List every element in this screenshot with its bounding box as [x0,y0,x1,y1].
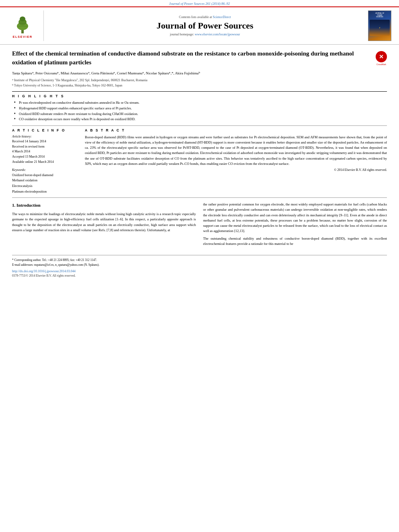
keyword-2: Methanol oxidation [12,178,78,183]
accepted-date: Accepted 13 March 2014 [12,154,78,160]
affiliation-b: ᵇ Tokyo University of Science, 1-3 Kagur… [12,83,387,88]
highlight-item-2: ♦ Hydrogenated BDD support enables enhan… [14,106,387,111]
crossmark-circle[interactable]: ✕ [376,51,387,62]
abstract-heading: A B S T R A C T [85,128,387,132]
main-content: Effect of the chemical termination of co… [0,45,399,282]
history-label: Article history: [12,135,78,138]
issn-line: 0378-7753/© 2014 Elsevier B.V. All right… [12,274,387,277]
intro-para-3: The outstanding chemical stability and r… [203,236,387,246]
keywords-section: Keywords: Oxidized boron-doped diamond M… [12,168,78,194]
affiliations: ᵃ Institute of Physical Chemistry "Ilie … [12,78,387,88]
elsevier-tree-icon [10,13,35,34]
bullet-4: ♦ [14,117,16,121]
crossmark-label: CrossMark [376,63,386,66]
received-revised-label: Received in revised form [12,144,78,150]
body-col-left: 1. Introduction The ways to minimize the… [12,202,196,249]
received-date: Received 14 January 2014 [12,139,78,144]
article-title-section: Effect of the chemical termination of co… [12,49,387,67]
article-info-col: A R T I C L E I N F O Article history: R… [12,128,78,194]
highlights-list: ♦ Pt was electrodeposited on conductive … [12,100,387,122]
highlight-item-1: ♦ Pt was electrodeposited on conductive … [14,100,387,106]
journal-header: ELSEVIER Contents lists available at Sci… [0,6,399,45]
email-note: E-mail addresses: nspataru@icf.ro, n_spa… [12,263,387,267]
elsevier-brand-text: ELSEVIER [12,35,32,39]
keywords-label: Keywords: [12,168,78,172]
affiliation-a: ᵃ Institute of Physical Chemistry "Ilie … [12,78,387,83]
body-section: 1. Introduction The ways to minimize the… [12,202,387,249]
crossmark-badge: ✕ CrossMark [376,51,387,66]
highlights-section: H I G H L I G H T S ♦ Pt was electrodepo… [12,94,387,122]
body-two-cols: 1. Introduction The ways to minimize the… [12,202,387,249]
footnote-line: * Corresponding author. Tel.: +40 21 224… [12,258,387,267]
contents-available: Contents lists available at ScienceDirec… [179,15,231,19]
article-title: Effect of the chemical termination of co… [12,49,371,67]
bullet-3: ♦ [14,111,16,116]
intro-heading: 1. Introduction [12,202,196,209]
keyword-4: Platinum electrodeposition [12,189,78,195]
footnote-section: * Corresponding author. Tel.: +40 21 224… [12,255,387,277]
keyword-3: Electrocatalysis [12,183,78,189]
intro-para-2: the rather positive potential common for… [203,202,387,234]
highlight-item-3: ♦ Oxidized BDD substrate renders Pt more… [14,111,387,117]
journal-cover: JOURNAL OFPOWERSOURCES ⚡ [366,10,393,41]
bullet-1: ♦ [14,100,16,105]
highlight-item-4: ♦ CO oxidative desorption occurs more re… [14,117,387,122]
revised-date: 4 March 2014 [12,149,78,154]
svg-point-3 [20,16,25,21]
highlights-heading: H I G H L I G H T S [12,94,387,98]
info-abstract-cols: A R T I C L E I N F O Article history: R… [12,128,387,194]
top-bar: Journal of Power Sources 261 (2014) 86–9… [0,0,399,6]
divider-3 [12,197,387,198]
divider-1 [12,91,387,92]
abstract-text: Boron-doped diamond (BDD) films were ann… [85,135,387,166]
homepage-url[interactable]: www.elsevier.com/locate/jpowsour [195,33,240,36]
corresponding-note: * Corresponding author. Tel.: +40 21 224… [12,258,387,263]
abstract-copyright: © 2014 Elsevier B.V. All rights reserved… [85,168,387,172]
authors-line: Tanța Spătaruᵃ, Petre Osiceanuᵃ, Mihai A… [12,70,387,76]
available-date: Available online 21 March 2014 [12,160,78,165]
journal-reference: Journal of Power Sources 261 (2014) 86–9… [169,2,230,6]
journal-homepage: journal homepage: www.elsevier.com/locat… [170,33,240,36]
science-direct-link[interactable]: ScienceDirect [213,15,231,19]
crossmark-x-icon: ✕ [379,53,384,60]
divider-2 [12,125,387,126]
body-col-right: the rather positive potential common for… [203,202,387,249]
journal-title-header: Journal of Power Sources [156,21,253,31]
abstract-col: A B S T R A C T Boron-doped diamond (BDD… [85,128,387,194]
header-center: Contents lists available at ScienceDirec… [49,10,361,41]
doi-line: http://dx.doi.org/10.1016/j.jpowsour.201… [12,269,387,273]
intro-para-1: The ways to minimize the loadings of ele… [12,212,196,233]
article-info-heading: A R T I C L E I N F O [12,128,78,132]
elsevier-logo-area: ELSEVIER [6,10,44,41]
doi-link[interactable]: http://dx.doi.org/10.1016/j.jpowsour.201… [12,269,76,273]
article-history: Article history: Received 14 January 201… [12,135,78,165]
cover-thumbnail: JOURNAL OFPOWERSOURCES ⚡ [368,10,391,41]
keyword-1: Oxidized boron-doped diamond [12,173,78,178]
bullet-2: ♦ [14,106,16,110]
